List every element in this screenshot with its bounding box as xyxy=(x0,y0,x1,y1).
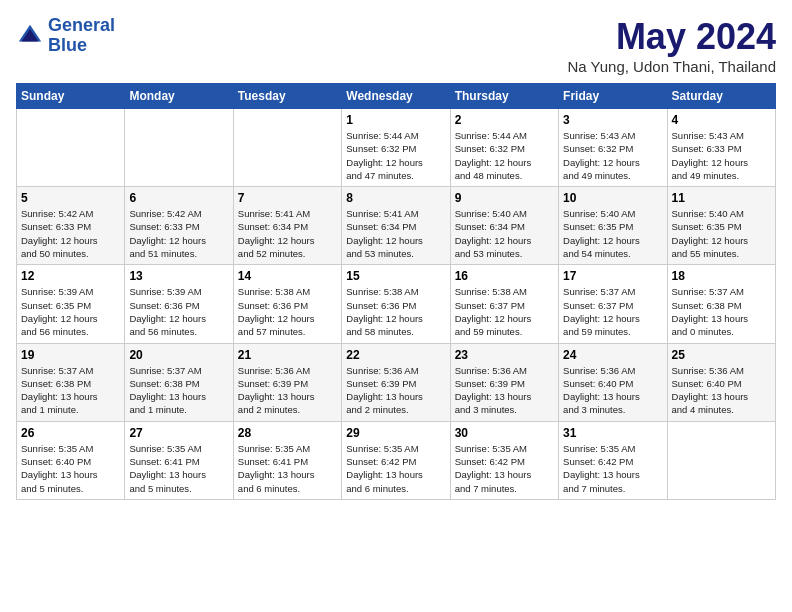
day-detail: Sunrise: 5:36 AM Sunset: 6:39 PM Dayligh… xyxy=(238,364,337,417)
day-detail: Sunrise: 5:43 AM Sunset: 6:33 PM Dayligh… xyxy=(672,129,771,182)
day-detail: Sunrise: 5:42 AM Sunset: 6:33 PM Dayligh… xyxy=(129,207,228,260)
day-number: 14 xyxy=(238,269,337,283)
day-detail: Sunrise: 5:36 AM Sunset: 6:39 PM Dayligh… xyxy=(455,364,554,417)
day-number: 8 xyxy=(346,191,445,205)
day-number: 31 xyxy=(563,426,662,440)
day-number: 27 xyxy=(129,426,228,440)
day-number: 29 xyxy=(346,426,445,440)
day-detail: Sunrise: 5:38 AM Sunset: 6:36 PM Dayligh… xyxy=(238,285,337,338)
calendar-cell: 10Sunrise: 5:40 AM Sunset: 6:35 PM Dayli… xyxy=(559,187,667,265)
calendar-body: 1Sunrise: 5:44 AM Sunset: 6:32 PM Daylig… xyxy=(17,109,776,500)
weekday-header-row: SundayMondayTuesdayWednesdayThursdayFrid… xyxy=(17,84,776,109)
day-detail: Sunrise: 5:37 AM Sunset: 6:38 PM Dayligh… xyxy=(129,364,228,417)
calendar-cell: 3Sunrise: 5:43 AM Sunset: 6:32 PM Daylig… xyxy=(559,109,667,187)
day-detail: Sunrise: 5:39 AM Sunset: 6:36 PM Dayligh… xyxy=(129,285,228,338)
day-number: 4 xyxy=(672,113,771,127)
calendar-cell: 4Sunrise: 5:43 AM Sunset: 6:33 PM Daylig… xyxy=(667,109,775,187)
day-detail: Sunrise: 5:42 AM Sunset: 6:33 PM Dayligh… xyxy=(21,207,120,260)
day-number: 16 xyxy=(455,269,554,283)
day-number: 22 xyxy=(346,348,445,362)
day-detail: Sunrise: 5:40 AM Sunset: 6:35 PM Dayligh… xyxy=(563,207,662,260)
day-number: 23 xyxy=(455,348,554,362)
day-detail: Sunrise: 5:37 AM Sunset: 6:38 PM Dayligh… xyxy=(21,364,120,417)
month-year: May 2024 xyxy=(568,16,777,58)
calendar-cell: 28Sunrise: 5:35 AM Sunset: 6:41 PM Dayli… xyxy=(233,421,341,499)
day-number: 7 xyxy=(238,191,337,205)
calendar-cell: 20Sunrise: 5:37 AM Sunset: 6:38 PM Dayli… xyxy=(125,343,233,421)
day-detail: Sunrise: 5:37 AM Sunset: 6:38 PM Dayligh… xyxy=(672,285,771,338)
day-detail: Sunrise: 5:41 AM Sunset: 6:34 PM Dayligh… xyxy=(238,207,337,260)
calendar-cell: 23Sunrise: 5:36 AM Sunset: 6:39 PM Dayli… xyxy=(450,343,558,421)
logo: General Blue xyxy=(16,16,115,56)
day-detail: Sunrise: 5:38 AM Sunset: 6:36 PM Dayligh… xyxy=(346,285,445,338)
calendar-cell: 2Sunrise: 5:44 AM Sunset: 6:32 PM Daylig… xyxy=(450,109,558,187)
week-row-5: 26Sunrise: 5:35 AM Sunset: 6:40 PM Dayli… xyxy=(17,421,776,499)
day-number: 26 xyxy=(21,426,120,440)
weekday-header-sunday: Sunday xyxy=(17,84,125,109)
day-number: 2 xyxy=(455,113,554,127)
day-detail: Sunrise: 5:36 AM Sunset: 6:40 PM Dayligh… xyxy=(672,364,771,417)
location: Na Yung, Udon Thani, Thailand xyxy=(568,58,777,75)
week-row-2: 5Sunrise: 5:42 AM Sunset: 6:33 PM Daylig… xyxy=(17,187,776,265)
day-number: 19 xyxy=(21,348,120,362)
calendar-cell xyxy=(667,421,775,499)
calendar-cell: 1Sunrise: 5:44 AM Sunset: 6:32 PM Daylig… xyxy=(342,109,450,187)
day-number: 25 xyxy=(672,348,771,362)
calendar-cell: 26Sunrise: 5:35 AM Sunset: 6:40 PM Dayli… xyxy=(17,421,125,499)
day-number: 30 xyxy=(455,426,554,440)
title-block: May 2024 Na Yung, Udon Thani, Thailand xyxy=(568,16,777,75)
day-number: 6 xyxy=(129,191,228,205)
week-row-4: 19Sunrise: 5:37 AM Sunset: 6:38 PM Dayli… xyxy=(17,343,776,421)
weekday-header-monday: Monday xyxy=(125,84,233,109)
calendar-cell: 15Sunrise: 5:38 AM Sunset: 6:36 PM Dayli… xyxy=(342,265,450,343)
day-number: 1 xyxy=(346,113,445,127)
day-number: 17 xyxy=(563,269,662,283)
day-detail: Sunrise: 5:44 AM Sunset: 6:32 PM Dayligh… xyxy=(455,129,554,182)
calendar-cell: 24Sunrise: 5:36 AM Sunset: 6:40 PM Dayli… xyxy=(559,343,667,421)
day-detail: Sunrise: 5:44 AM Sunset: 6:32 PM Dayligh… xyxy=(346,129,445,182)
day-detail: Sunrise: 5:43 AM Sunset: 6:32 PM Dayligh… xyxy=(563,129,662,182)
day-detail: Sunrise: 5:39 AM Sunset: 6:35 PM Dayligh… xyxy=(21,285,120,338)
weekday-header-friday: Friday xyxy=(559,84,667,109)
day-number: 13 xyxy=(129,269,228,283)
day-number: 3 xyxy=(563,113,662,127)
calendar-cell: 12Sunrise: 5:39 AM Sunset: 6:35 PM Dayli… xyxy=(17,265,125,343)
calendar-cell: 25Sunrise: 5:36 AM Sunset: 6:40 PM Dayli… xyxy=(667,343,775,421)
calendar-cell xyxy=(233,109,341,187)
calendar-cell: 17Sunrise: 5:37 AM Sunset: 6:37 PM Dayli… xyxy=(559,265,667,343)
calendar-table: SundayMondayTuesdayWednesdayThursdayFrid… xyxy=(16,83,776,500)
day-detail: Sunrise: 5:35 AM Sunset: 6:40 PM Dayligh… xyxy=(21,442,120,495)
calendar-cell: 6Sunrise: 5:42 AM Sunset: 6:33 PM Daylig… xyxy=(125,187,233,265)
weekday-header-saturday: Saturday xyxy=(667,84,775,109)
calendar-cell xyxy=(125,109,233,187)
day-detail: Sunrise: 5:40 AM Sunset: 6:34 PM Dayligh… xyxy=(455,207,554,260)
day-detail: Sunrise: 5:35 AM Sunset: 6:41 PM Dayligh… xyxy=(238,442,337,495)
day-number: 21 xyxy=(238,348,337,362)
calendar-cell: 5Sunrise: 5:42 AM Sunset: 6:33 PM Daylig… xyxy=(17,187,125,265)
day-number: 10 xyxy=(563,191,662,205)
calendar-cell: 19Sunrise: 5:37 AM Sunset: 6:38 PM Dayli… xyxy=(17,343,125,421)
calendar-cell: 11Sunrise: 5:40 AM Sunset: 6:35 PM Dayli… xyxy=(667,187,775,265)
day-detail: Sunrise: 5:36 AM Sunset: 6:39 PM Dayligh… xyxy=(346,364,445,417)
day-number: 24 xyxy=(563,348,662,362)
day-number: 9 xyxy=(455,191,554,205)
calendar-cell: 31Sunrise: 5:35 AM Sunset: 6:42 PM Dayli… xyxy=(559,421,667,499)
calendar-cell: 29Sunrise: 5:35 AM Sunset: 6:42 PM Dayli… xyxy=(342,421,450,499)
calendar-cell: 14Sunrise: 5:38 AM Sunset: 6:36 PM Dayli… xyxy=(233,265,341,343)
calendar-cell xyxy=(17,109,125,187)
day-detail: Sunrise: 5:37 AM Sunset: 6:37 PM Dayligh… xyxy=(563,285,662,338)
day-number: 5 xyxy=(21,191,120,205)
calendar-cell: 16Sunrise: 5:38 AM Sunset: 6:37 PM Dayli… xyxy=(450,265,558,343)
day-detail: Sunrise: 5:40 AM Sunset: 6:35 PM Dayligh… xyxy=(672,207,771,260)
calendar-cell: 18Sunrise: 5:37 AM Sunset: 6:38 PM Dayli… xyxy=(667,265,775,343)
day-number: 18 xyxy=(672,269,771,283)
week-row-3: 12Sunrise: 5:39 AM Sunset: 6:35 PM Dayli… xyxy=(17,265,776,343)
calendar-cell: 7Sunrise: 5:41 AM Sunset: 6:34 PM Daylig… xyxy=(233,187,341,265)
day-detail: Sunrise: 5:35 AM Sunset: 6:42 PM Dayligh… xyxy=(563,442,662,495)
day-number: 11 xyxy=(672,191,771,205)
calendar-cell: 8Sunrise: 5:41 AM Sunset: 6:34 PM Daylig… xyxy=(342,187,450,265)
page-header: General Blue May 2024 Na Yung, Udon Than… xyxy=(16,16,776,75)
logo-text: General Blue xyxy=(48,16,115,56)
weekday-header-wednesday: Wednesday xyxy=(342,84,450,109)
calendar-cell: 30Sunrise: 5:35 AM Sunset: 6:42 PM Dayli… xyxy=(450,421,558,499)
